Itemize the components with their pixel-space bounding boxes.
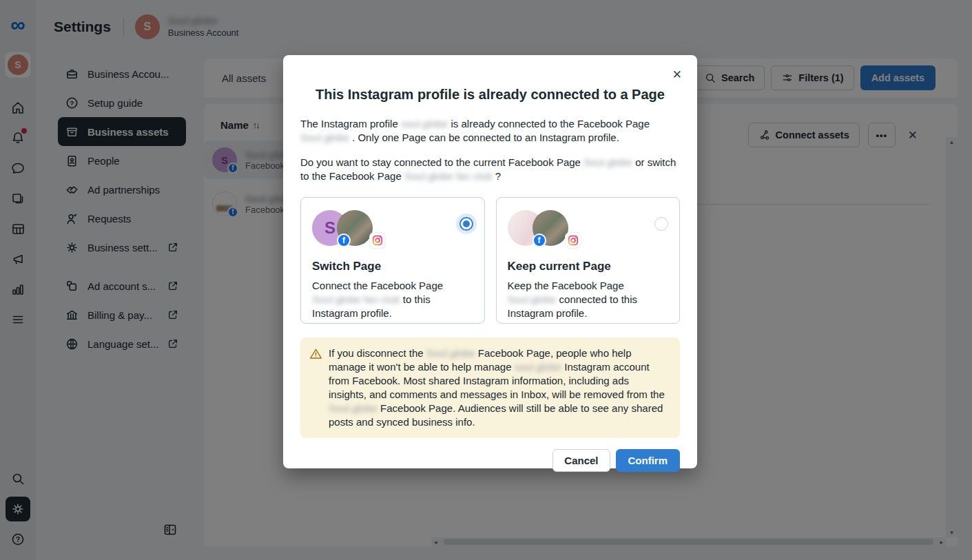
option-card-keep-current-page[interactable]: f Keep current Page Keep the Facebook Pa… (496, 197, 681, 324)
disconnect-warning-box: If you disconnect the Soul.globe Faceboo… (300, 338, 680, 438)
option-description: Connect the Facebook Page Soul.globe fan… (312, 279, 473, 320)
instagram-badge-icon (566, 233, 581, 248)
facebook-badge-icon: f (337, 234, 351, 247)
avatar-pair: S f (312, 210, 381, 249)
close-dialog-icon[interactable]: ✕ (668, 63, 686, 86)
option-title: Keep current Page (508, 260, 669, 273)
redacted-page-name: Soul.globe fan club (312, 293, 400, 305)
radio-switch-page-selected[interactable] (459, 217, 473, 231)
instagram-badge-icon (370, 233, 385, 248)
warning-triangle-icon (309, 347, 322, 360)
redacted-page-name: Soul.globe (508, 293, 557, 305)
redacted-page-name: Soul.globe fan club (404, 170, 493, 182)
redacted-page-name: Soul.globe (329, 402, 378, 414)
meta-business-settings-screen: ∞ S (0, 0, 972, 560)
cancel-button[interactable]: Cancel (552, 449, 610, 472)
dialog-footer: Cancel Confirm (300, 449, 680, 472)
redacted-page-name: Soul.globe (426, 347, 475, 359)
redacted-page-name: Soul.globe (583, 156, 632, 168)
option-description: Keep the Facebook Page Soul.globe connec… (508, 279, 669, 320)
confirm-button[interactable]: Confirm (616, 449, 681, 472)
radio-keep-current-page[interactable] (654, 217, 668, 231)
dialog-title: This Instagram profile is already connec… (300, 87, 680, 103)
redacted-instagram-name: soul.globe (401, 118, 448, 129)
dialog-paragraph-2: Do you want to stay connected to the cur… (300, 156, 680, 183)
page-option-cards: S f Switch Page Connect the Facebook Pag… (300, 197, 680, 324)
dialog-paragraph-1: The Instagram profile soul.globe is alre… (300, 117, 680, 145)
warning-text: If you disconnect the Soul.globe Faceboo… (329, 346, 669, 429)
redacted-instagram-name: soul.globe (515, 361, 561, 373)
avatar-pair: f (508, 210, 577, 249)
facebook-badge-icon: f (532, 234, 546, 247)
instagram-connection-dialog: ✕ This Instagram profile is already conn… (283, 55, 697, 468)
option-card-switch-page[interactable]: S f Switch Page Connect the Facebook Pag… (300, 197, 485, 324)
redacted-page-name: Soul.globe (300, 132, 349, 143)
option-title: Switch Page (312, 260, 473, 273)
